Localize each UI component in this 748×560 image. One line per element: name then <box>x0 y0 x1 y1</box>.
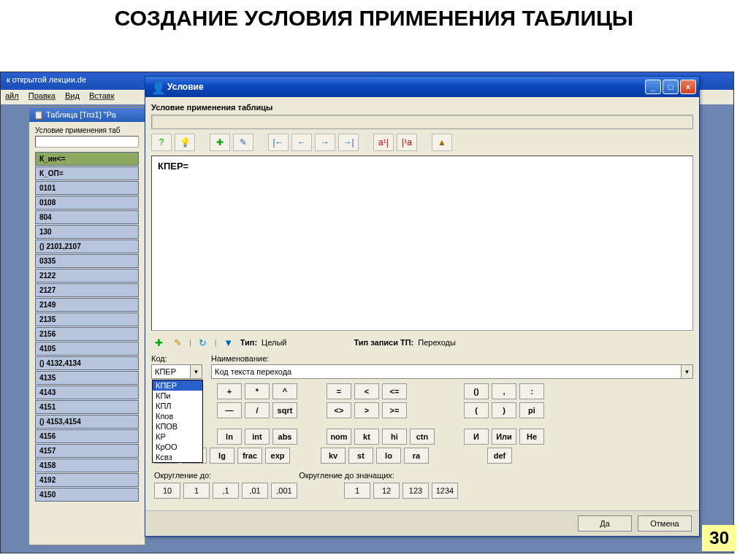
operator-button[interactable]: <= <box>382 383 407 399</box>
operator-button[interactable]: > <box>354 402 379 418</box>
lightbulb-button[interactable]: 💡 <box>175 134 195 151</box>
code-dropdown[interactable]: КПЕРКПиКПЛКповКПОВКРКрООКсвз <box>152 380 203 463</box>
rounding-button[interactable]: 12 <box>373 483 400 499</box>
bracket-l-button[interactable]: a¹| <box>373 134 394 151</box>
operator-button[interactable]: ln <box>217 429 242 445</box>
dropdown-item[interactable]: Ксвз <box>153 452 202 462</box>
operator-button[interactable]: = <box>327 383 351 399</box>
dialog-titlebar[interactable]: 👤 Условие _ □ × <box>145 77 699 97</box>
refresh-button[interactable]: ↻ <box>196 335 210 350</box>
operator-button[interactable]: () <box>464 383 489 399</box>
dropdown-item[interactable]: Кпов <box>153 411 202 421</box>
filter-button[interactable]: ▼ <box>221 335 236 350</box>
name-combo[interactable]: Код текста перехода ▼ <box>211 364 693 379</box>
operator-button[interactable]: >= <box>382 402 407 418</box>
table-row[interactable]: К_ин<= <box>35 152 139 166</box>
menu-file[interactable]: айл <box>5 91 19 100</box>
table-row[interactable]: 4157 <box>35 444 139 458</box>
operator-button[interactable]: hi <box>382 429 407 445</box>
operator-button[interactable]: sqrt <box>272 402 297 418</box>
dropdown-item[interactable]: КрОО <box>153 442 202 452</box>
dropdown-item[interactable]: КПОВ <box>153 421 202 431</box>
minimize-button[interactable]: _ <box>645 80 661 94</box>
menu-insert[interactable]: Вставк <box>89 91 115 100</box>
table-row[interactable]: 4143 <box>35 386 139 399</box>
operator-button[interactable]: int <box>245 429 270 445</box>
operator-button[interactable]: — <box>217 402 242 418</box>
table-row[interactable]: () 4132,4134 <box>35 356 139 370</box>
rounding-button[interactable]: 123 <box>402 483 429 499</box>
operator-button[interactable]: ra <box>404 448 429 464</box>
table-row[interactable]: 130 <box>35 225 139 239</box>
nav-next-button[interactable]: → <box>315 134 335 151</box>
operator-button[interactable]: kv <box>321 448 346 464</box>
add-button[interactable]: ✚ <box>210 134 230 151</box>
menu-view[interactable]: Вид <box>65 91 80 100</box>
operator-button[interactable]: И <box>464 429 489 445</box>
table-row[interactable]: 4151 <box>35 400 139 414</box>
operator-button[interactable]: def <box>487 448 512 464</box>
operator-button[interactable]: pi <box>519 402 544 418</box>
table-row[interactable]: 4105 <box>35 342 139 356</box>
table-row[interactable]: 2156 <box>35 327 139 341</box>
table-row[interactable]: 2127 <box>35 283 139 297</box>
operator-button[interactable]: nom <box>327 429 351 445</box>
rounding-button[interactable]: ,01 <box>242 483 268 499</box>
bracket-r-button[interactable]: |¹a <box>397 134 417 151</box>
chevron-down-icon[interactable]: ▼ <box>681 365 692 378</box>
table-row[interactable]: 2149 <box>35 298 139 312</box>
operator-button[interactable]: Или <box>492 429 516 445</box>
operator-button[interactable]: ( <box>464 402 489 418</box>
operator-button[interactable]: ctn <box>410 429 435 445</box>
operator-button[interactable]: , <box>492 383 516 399</box>
table-row[interactable]: 2122 <box>35 269 139 283</box>
ok-button[interactable]: Да <box>578 515 632 532</box>
table-row[interactable]: К_ОП= <box>35 166 139 180</box>
rounding-button[interactable]: ,1 <box>213 483 239 499</box>
operator-button[interactable]: Не <box>519 429 544 445</box>
add-param-button[interactable]: ✚ <box>151 335 166 350</box>
dropdown-item[interactable]: КПЕР <box>153 380 202 391</box>
rounding-button[interactable]: 10 <box>154 483 180 499</box>
rounding-button[interactable]: 1 <box>183 483 210 499</box>
nav-first-button[interactable]: |← <box>268 134 289 151</box>
chevron-down-icon[interactable]: ▼ <box>190 365 202 378</box>
rounding-button[interactable]: 1234 <box>432 483 458 499</box>
table-row[interactable]: 4156 <box>35 429 139 443</box>
table-condition-input[interactable] <box>35 136 139 147</box>
operator-button[interactable]: frac <box>237 448 262 464</box>
check-button[interactable]: ? <box>151 134 172 151</box>
maximize-button[interactable]: □ <box>663 80 679 94</box>
table-row[interactable]: 804 <box>35 210 139 224</box>
operator-button[interactable]: exp <box>265 448 290 464</box>
table-row[interactable]: 0108 <box>35 196 139 210</box>
operator-button[interactable]: < <box>354 383 379 399</box>
expression-textarea[interactable]: КПЕР= <box>151 156 693 331</box>
table-row[interactable]: 4192 <box>35 473 139 487</box>
operator-button[interactable]: lg <box>210 448 234 464</box>
code-combo[interactable]: КПЕР ▼ КПЕРКПиКПЛКповКПОВКРКрООКсвз <box>151 364 202 379</box>
dropdown-item[interactable]: КР <box>153 431 202 442</box>
operator-button[interactable]: ^ <box>272 383 297 399</box>
operator-button[interactable]: + <box>217 383 242 399</box>
build-button[interactable]: ▲ <box>432 134 452 151</box>
operator-button[interactable]: kt <box>354 429 379 445</box>
table-row[interactable]: 0335 <box>35 254 139 268</box>
table-row[interactable]: 0101 <box>35 181 139 195</box>
table-row[interactable]: () 2101,2107 <box>35 239 139 253</box>
operator-button[interactable]: / <box>245 402 270 418</box>
operator-button[interactable]: <> <box>327 402 351 418</box>
table-row[interactable]: 4158 <box>35 459 139 472</box>
operator-button[interactable]: ) <box>492 402 516 418</box>
dropdown-item[interactable]: КПЛ <box>153 401 202 411</box>
table-row[interactable]: 4150 <box>35 488 139 502</box>
close-button[interactable]: × <box>680 80 696 94</box>
nav-last-button[interactable]: →| <box>338 134 359 151</box>
table-row[interactable]: () 4153,4154 <box>35 415 139 429</box>
table-row[interactable]: 4135 <box>35 371 139 385</box>
dropdown-item[interactable]: КПи <box>153 391 202 401</box>
rounding-button[interactable]: ,001 <box>271 483 297 499</box>
table-row[interactable]: 2135 <box>35 312 139 326</box>
menu-edit[interactable]: Правка <box>28 91 56 100</box>
operator-button[interactable]: st <box>348 448 373 464</box>
